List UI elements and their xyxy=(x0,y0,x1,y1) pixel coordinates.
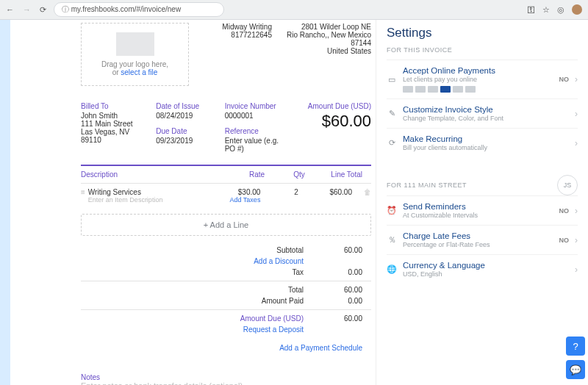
section-this-invoice: FOR THIS INVOICE xyxy=(387,46,578,54)
client-name[interactable]: John Smith xyxy=(81,112,146,120)
notes-field[interactable]: Enter notes or bank transfer details (op… xyxy=(81,381,371,385)
invoice-number-label: Invoice Number xyxy=(225,102,283,110)
settings-sidebar: Settings FOR THIS INVOICE ▭ Accept Onlin… xyxy=(376,20,588,385)
dropzone-text: Drag your logo here, xyxy=(101,60,168,68)
tax-label: Tax xyxy=(81,268,326,276)
accept-state: NO xyxy=(559,76,570,83)
col-rate: Rate xyxy=(207,170,265,179)
amount-due-total-label: Amount Due (USD) xyxy=(81,314,326,323)
reference-label: Reference xyxy=(225,127,283,135)
client-avatar[interactable]: JS xyxy=(557,175,578,195)
notes-label: Notes xyxy=(81,373,100,381)
subtotal-label: Subtotal xyxy=(81,246,326,254)
col-qty: Qty xyxy=(265,170,305,179)
back-icon[interactable]: ← xyxy=(6,5,14,15)
date-issue-field[interactable]: 08/24/2019 xyxy=(156,112,214,120)
invoice-editor: Drag your logo here, or select a file Mi… xyxy=(76,20,376,385)
chevron-right-icon: › xyxy=(575,109,578,119)
row-send-reminders[interactable]: ⏰ Send Reminders At Customizable Interva… xyxy=(387,195,578,225)
trash-icon[interactable]: 🗑 xyxy=(364,188,371,196)
forward-icon[interactable]: → xyxy=(23,5,31,15)
extension-icon[interactable]: ◎ xyxy=(557,5,564,15)
card-icon: ▭ xyxy=(387,74,397,84)
amount-due-value: $60.00 xyxy=(293,112,371,131)
date-issue-label: Date of Issue xyxy=(156,102,214,110)
browser-chrome: ← → ⟳ ⓘ my.freshbooks.com/#/invoice/new … xyxy=(0,0,588,20)
add-taxes-link[interactable]: Add Taxes xyxy=(207,196,260,204)
total-label: Total xyxy=(81,286,326,294)
palette-icon: ✎ xyxy=(387,109,397,119)
globe-icon: 🌐 xyxy=(387,265,397,275)
line-qty[interactable]: 2 xyxy=(260,188,298,196)
profile-avatar[interactable] xyxy=(572,4,582,15)
remind-state: NO xyxy=(559,207,570,215)
drag-handle-icon[interactable]: ≡ xyxy=(81,188,85,196)
left-nav-rail xyxy=(0,20,10,385)
col-description: Description xyxy=(81,170,207,179)
tax-value: 0.00 xyxy=(326,268,371,276)
company-addr1: 2801 Wilder Loop NE xyxy=(287,23,371,31)
company-name: Midway Writing xyxy=(193,23,272,31)
recurring-icon: ⟳ xyxy=(387,138,397,148)
invoice-number-field[interactable]: 0000001 xyxy=(225,112,283,120)
row-currency-language[interactable]: 🌐 Currency & Language USD, English › xyxy=(387,254,578,284)
chevron-right-icon: › xyxy=(575,206,578,216)
company-addr2: Rio Rancho,, New Mexico xyxy=(287,31,371,39)
logo-dropzone[interactable]: Drag your logo here, or select a file xyxy=(81,23,189,86)
line-total: $60.00 xyxy=(298,188,361,196)
clock-icon: ⏰ xyxy=(387,206,397,216)
company-country: United States xyxy=(287,47,371,55)
company-phone: 8177212645 xyxy=(193,31,272,39)
add-discount-link[interactable]: Add a Discount xyxy=(81,257,326,265)
select-file-link[interactable]: select a file xyxy=(121,68,157,76)
add-line-button[interactable]: + Add a Line xyxy=(81,214,371,236)
line-desc[interactable]: Writing Services xyxy=(88,188,207,196)
star-icon[interactable]: ☆ xyxy=(542,5,550,15)
due-date-label: Due Date xyxy=(156,127,214,135)
reference-field[interactable]: Enter value (e.g. PO #) xyxy=(225,137,283,153)
key-icon[interactable]: ⚿ xyxy=(527,5,535,14)
company-postal: 87144 xyxy=(287,39,371,47)
paid-label: Amount Paid xyxy=(81,297,326,305)
chevron-right-icon: › xyxy=(575,74,578,84)
amount-due-total-value: 60.00 xyxy=(326,314,371,323)
add-payment-schedule-link[interactable]: Add a Payment Schedule xyxy=(81,344,371,352)
row-make-recurring[interactable]: ⟳ Make Recurring Bill your clients autom… xyxy=(387,128,578,157)
due-date-field[interactable]: 09/23/2019 xyxy=(156,137,214,145)
billed-to-label: Billed To xyxy=(81,102,146,110)
paid-value: 0.00 xyxy=(326,297,371,305)
col-line-total: Line Total xyxy=(305,170,371,179)
line-rate[interactable]: $30.00 xyxy=(207,188,260,196)
help-fab[interactable]: ? xyxy=(566,337,585,356)
line-item[interactable]: ≡ Writing Services Enter an Item Descrip… xyxy=(81,184,371,208)
percent-icon: ％ xyxy=(387,235,397,245)
url-bar[interactable]: ⓘ my.freshbooks.com/#/invoice/new xyxy=(54,2,224,17)
payment-logos xyxy=(403,86,553,93)
line-desc-placeholder[interactable]: Enter an Item Description xyxy=(88,196,207,204)
row-customize-style[interactable]: ✎ Customize Invoice Style Change Templat… xyxy=(387,98,578,128)
request-deposit-link[interactable]: Request a Deposit xyxy=(81,325,326,334)
subtotal-value: 60.00 xyxy=(326,246,371,254)
amount-due-label: Amount Due (USD) xyxy=(293,102,371,110)
chevron-right-icon: › xyxy=(575,235,578,245)
total-value: 60.00 xyxy=(326,286,371,294)
chevron-right-icon: › xyxy=(575,265,578,275)
chevron-right-icon: › xyxy=(575,138,578,148)
chat-fab[interactable]: 💬 xyxy=(566,360,585,379)
section-client: FOR 111 MAIN STREET xyxy=(387,181,467,189)
late-state: NO xyxy=(559,237,570,244)
settings-title: Settings xyxy=(387,26,578,40)
reload-icon[interactable]: ⟳ xyxy=(40,5,46,15)
row-late-fees[interactable]: ％ Charge Late Fees Percentage or Flat-Ra… xyxy=(387,225,578,254)
row-accept-payments[interactable]: ▭ Accept Online Payments Let clients pay… xyxy=(387,60,578,98)
image-placeholder-icon xyxy=(116,32,154,56)
